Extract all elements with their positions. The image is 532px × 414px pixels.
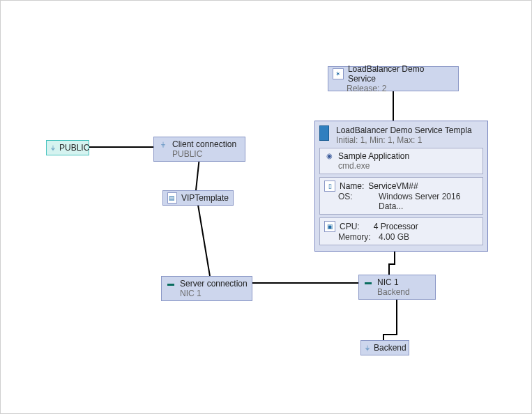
cpu-value: 4 Processor: [374, 222, 418, 231]
network-node-public[interactable]: ⏚ PUBLIC: [46, 140, 89, 155]
mem-label: Memory:: [338, 232, 376, 242]
app-sub: cmd.exe: [338, 161, 478, 171]
template-subtitle: Initial: 1, Min: 1, Max: 1: [336, 135, 483, 145]
node-title: LoadBalancer Demo Service: [348, 64, 454, 84]
os-name-label: Name:: [340, 181, 364, 191]
os-label: OS:: [338, 192, 376, 211]
server-icon: ▬: [166, 279, 176, 289]
node-title: NIC 1: [377, 277, 399, 287]
node-title: Client connection: [172, 139, 236, 149]
node-subtitle: Release: 2: [347, 84, 386, 93]
service-icon: ✶: [333, 68, 344, 79]
server-connection-node[interactable]: ▬ Server connection NIC 1: [161, 276, 252, 301]
node-label: Backend: [374, 343, 406, 353]
service-template-node[interactable]: LoadBalancer Demo Service Templa Initial…: [314, 121, 488, 252]
template-title: LoadBalancer Demo Service Templa: [336, 125, 483, 135]
node-title: Server connection: [180, 279, 248, 289]
node-title: VIPTemplate: [181, 193, 229, 203]
cpu-icon: ▣: [324, 221, 335, 232]
service-node[interactable]: ✶ LoadBalancer Demo Service Release: 2: [328, 66, 459, 91]
client-connection-node[interactable]: ⏚ Client connection PUBLIC: [153, 137, 245, 162]
hw-section[interactable]: ▣ CPU: 4 Processor Memory: 4.00 GB: [319, 217, 483, 245]
network-icon: ⏚: [51, 143, 55, 153]
network-icon: ⏚: [365, 343, 370, 353]
network-node-backend[interactable]: ⏚ Backend: [360, 340, 409, 355]
globe-icon: ◉: [324, 151, 334, 161]
app-section[interactable]: ◉ Sample Application cmd.exe: [319, 148, 483, 174]
app-title: Sample Application: [338, 151, 409, 161]
vip-template-node[interactable]: ▤ VIPTemplate: [162, 190, 234, 206]
network-icon: ⏚: [158, 139, 168, 149]
svg-line-2: [198, 205, 210, 276]
mem-value: 4.00 GB: [379, 232, 409, 242]
template-icon: ▤: [167, 192, 177, 204]
diagram-frame: ⏚ PUBLIC ⏚ Client connection PUBLIC ▤ VI…: [0, 0, 532, 414]
node-subtitle: PUBLIC: [172, 149, 202, 159]
node-subtitle: NIC 1: [180, 289, 202, 298]
node-subtitle: Backend: [377, 287, 410, 297]
os-name-value: ServiceVM##: [368, 181, 418, 191]
nic-icon: ▬: [363, 277, 373, 287]
node-label: PUBLIC: [59, 143, 89, 153]
os-section[interactable]: ▯ Name: ServiceVM## OS: Windows Server 2…: [319, 177, 483, 215]
os-value: Windows Server 2016 Data...: [379, 192, 478, 211]
vm-icon: [319, 125, 329, 141]
cpu-label: CPU:: [340, 222, 360, 231]
svg-line-1: [196, 158, 199, 190]
diagram-canvas[interactable]: ⏚ PUBLIC ⏚ Client connection PUBLIC ▤ VI…: [1, 1, 531, 413]
nic-node[interactable]: ▬ NIC 1 Backend: [358, 275, 436, 300]
vm-small-icon: ▯: [324, 181, 335, 192]
